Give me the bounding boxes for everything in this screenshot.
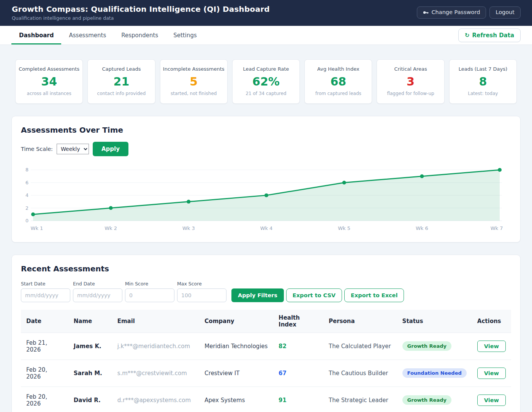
chart-point — [342, 181, 346, 184]
max-score-input[interactable] — [177, 288, 226, 302]
end-date-field-group: End Date — [73, 281, 122, 302]
column-header-email: Email — [112, 310, 200, 333]
page-title: Growth Compass: Qualification Intelligen… — [12, 5, 270, 14]
stat-card-4: Avg Health Index68from captured leads — [304, 59, 372, 104]
time-scale-select[interactable]: Weekly — [57, 144, 89, 154]
tab-respondents[interactable]: Respondents — [114, 26, 166, 44]
stat-title: Lead Capture Rate — [235, 66, 297, 72]
view-button[interactable]: View — [477, 368, 506, 379]
start-date-field-group: Start Date — [21, 281, 70, 302]
stat-note: from captured leads — [307, 91, 369, 96]
stat-note: across all instances — [18, 91, 80, 96]
chart-point — [31, 212, 35, 216]
x-axis-label: Wk 4 — [260, 225, 273, 231]
x-axis-label: Wk 7 — [491, 225, 503, 231]
view-button[interactable]: View — [477, 395, 506, 406]
table-header-row: DateNameEmailCompanyHealth IndexPersonaS… — [21, 310, 511, 333]
tab-assessments[interactable]: Assessments — [61, 26, 114, 44]
cell-name: David R. — [68, 387, 112, 412]
main-content: Completed Assessments34across all instan… — [0, 45, 532, 412]
stat-note: flagged for follow-up — [379, 91, 442, 96]
export-csv-button[interactable]: Export to CSV — [286, 288, 342, 302]
stat-card-1: Captured Leads21contact info provided — [87, 59, 155, 104]
cell-date: Feb 21, 2026 — [21, 333, 68, 360]
status-badge: Growth Ready — [402, 395, 451, 405]
column-header-status: Status — [397, 310, 472, 333]
stat-card-0: Completed Assessments34across all instan… — [15, 59, 83, 104]
x-axis-label: Wk 3 — [182, 225, 195, 231]
min-score-field-group: Min Score — [125, 281, 174, 302]
cell-actions: View — [472, 387, 511, 412]
logout-label: Logout — [496, 10, 515, 16]
cell-health-index: 67 — [273, 360, 323, 387]
column-header-health-index: Health Index — [273, 310, 323, 333]
recent-panel-title: Recent Assessments — [21, 264, 511, 273]
cell-company: Meridian Technologies — [199, 333, 273, 360]
chart-svg: 02468Wk 1Wk 2Wk 3Wk 4Wk 5Wk 6Wk 7 — [21, 165, 511, 233]
cell-email: j.k***@meridiantech.com — [112, 333, 200, 360]
cell-persona: The Strategic Leader — [323, 387, 397, 412]
stat-value: 34 — [18, 75, 80, 88]
status-badge: Growth Ready — [402, 341, 451, 351]
assessments-over-time-panel: Assessments Over Time Time Scale: Weekly… — [11, 116, 521, 242]
cell-name: James K. — [68, 333, 112, 360]
stat-value: 3 — [379, 75, 442, 88]
main-nav: Dashboard Assessments Respondents Settin… — [0, 26, 532, 45]
filter-buttons: Apply Filters Export to CSV Export to Ex… — [231, 288, 404, 302]
stat-note: Latest: today — [452, 91, 514, 96]
max-score-label: Max Score — [177, 281, 226, 287]
min-score-input[interactable] — [125, 288, 174, 302]
time-scale-label: Time Scale: — [21, 146, 53, 152]
x-axis-label: Wk 5 — [338, 225, 350, 231]
key-icon — [423, 10, 429, 15]
table-row: Feb 20, 2026David R.d.r***@apexsystems.c… — [21, 387, 511, 412]
table-row: Feb 21, 2026James K.j.k***@meridiantech.… — [21, 333, 511, 360]
refresh-icon: ↻ — [465, 32, 470, 39]
app-header: Growth Compass: Qualification Intelligen… — [0, 0, 532, 26]
stat-note: contact info provided — [90, 91, 152, 96]
refresh-data-button[interactable]: ↻ Refresh Data — [458, 29, 521, 42]
chart-controls: Time Scale: Weekly Apply — [21, 142, 511, 156]
tab-dashboard[interactable]: Dashboard — [11, 26, 61, 44]
x-axis-label: Wk 2 — [104, 225, 117, 231]
stat-value: 68 — [307, 75, 369, 88]
start-date-input[interactable] — [21, 288, 70, 302]
x-axis-label: Wk 6 — [416, 225, 428, 231]
stat-value: 62% — [235, 75, 297, 88]
cell-company: Apex Systems — [199, 387, 273, 412]
x-axis-label: Wk 1 — [31, 225, 43, 231]
change-password-button[interactable]: Change Password — [417, 6, 486, 19]
tab-settings[interactable]: Settings — [166, 26, 204, 44]
cell-name: Sarah M. — [68, 360, 112, 387]
stat-card-2: Incomplete Assessments5started, not fini… — [160, 59, 228, 104]
cell-date: Feb 20, 2026 — [21, 360, 68, 387]
y-axis-label: 2 — [25, 205, 28, 211]
header-actions: Change Password Logout — [417, 6, 521, 19]
cell-status: Foundation Needed — [397, 360, 472, 387]
table-row: Feb 20, 2026Sarah M.s.m***@crestviewit.c… — [21, 360, 511, 387]
view-button[interactable]: View — [477, 341, 506, 352]
stat-title: Leads (Last 7 Days) — [452, 66, 514, 72]
chart-point — [264, 193, 268, 197]
refresh-data-label: Refresh Data — [472, 32, 514, 39]
chart-panel-title: Assessments Over Time — [21, 125, 511, 135]
apply-button[interactable]: Apply — [93, 142, 128, 156]
min-score-label: Min Score — [125, 281, 174, 287]
logout-button[interactable]: Logout — [489, 6, 521, 19]
end-date-input[interactable] — [73, 288, 122, 302]
stat-note: started, not finished — [163, 91, 225, 96]
max-score-field-group: Max Score — [177, 281, 226, 302]
stat-note: 21 of 34 captured — [235, 91, 297, 96]
apply-filters-button[interactable]: Apply Filters — [231, 288, 284, 302]
cell-email: s.m***@crestviewit.com — [112, 360, 200, 387]
export-excel-button[interactable]: Export to Excel — [344, 288, 404, 302]
y-axis-label: 4 — [25, 192, 28, 198]
cell-date: Feb 20, 2026 — [21, 387, 68, 412]
y-axis-label: 8 — [25, 167, 28, 173]
y-axis-label: 0 — [25, 218, 28, 223]
stat-title: Avg Health Index — [307, 66, 369, 72]
column-header-company: Company — [199, 310, 273, 333]
cell-actions: View — [472, 360, 511, 387]
change-password-label: Change Password — [431, 10, 480, 16]
filters-row: Start Date End Date Min Score Max Score … — [21, 281, 511, 302]
